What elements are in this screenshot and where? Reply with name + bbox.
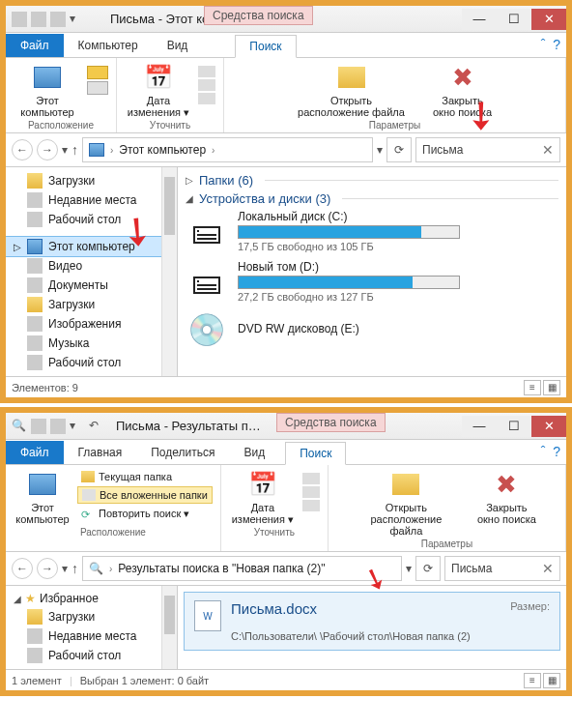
result-title: Письма.docx	[231, 600, 317, 617]
date-modified-button[interactable]: 📅 Дата изменения ▾	[125, 62, 192, 118]
breadcrumb[interactable]: 🔍 › Результаты поиска в "Новая папка (2)…	[82, 556, 402, 581]
drive-c[interactable]: 🖴 Локальный диск (C:) 17,5 ГБ свободно и…	[186, 210, 558, 252]
tab-view[interactable]: Вид	[153, 34, 203, 57]
close-button[interactable]: ✕	[531, 9, 566, 30]
breadcrumb-dropdown-icon[interactable]: ▾	[406, 562, 412, 575]
up-button[interactable]: ↑	[72, 561, 78, 576]
kind-icon[interactable]	[302, 473, 320, 484]
scroll-thumb[interactable]	[164, 596, 175, 634]
date-modified-button[interactable]: 📅 Дата изменения ▾	[229, 469, 297, 525]
view-details-icon[interactable]: ≡	[524, 673, 541, 688]
qat-dropdown-icon[interactable]: ▾	[70, 12, 85, 27]
other-icon[interactable]	[302, 500, 320, 511]
size-icon[interactable]	[198, 79, 215, 91]
all-subfolders-option[interactable]: Все вложенные папки	[77, 486, 213, 504]
view-tiles-icon[interactable]: ▦	[543, 380, 560, 395]
help-button[interactable]: ˆ ?	[541, 37, 560, 52]
other-icon[interactable]	[198, 93, 215, 104]
this-pc-button[interactable]: Этот компьютер	[14, 469, 72, 525]
clear-search-icon[interactable]: ✕	[542, 142, 554, 158]
search-result[interactable]: W Письма.docx Размер: C:\Пользователи\ \…	[184, 592, 560, 651]
tab-search[interactable]: Поиск	[235, 35, 296, 58]
group-devices[interactable]: ◢Устройства и диски (3)	[186, 191, 558, 206]
undo-icon[interactable]: ↶	[89, 419, 104, 434]
folder-icon[interactable]	[87, 66, 108, 79]
scroll-thumb[interactable]	[164, 177, 175, 235]
status-bar: Элементов: 9 ≡ ▦	[6, 376, 566, 397]
nav-scrollbar[interactable]	[161, 167, 177, 376]
nav-desktop[interactable]: Рабочий стол	[6, 646, 177, 665]
close-search-button[interactable]: ✖ Закрыть окно поиска	[472, 469, 540, 525]
breadcrumb-dropdown-icon[interactable]: ▾	[377, 143, 383, 157]
drive-d[interactable]: 🖴 Новый том (D:) 27,2 ГБ свободно из 127…	[186, 260, 558, 303]
subfolder-icon[interactable]	[87, 81, 108, 95]
nav-desktop-2[interactable]: Рабочий стол	[6, 353, 177, 372]
refresh-button[interactable]: ⟳	[415, 556, 441, 581]
expand-icon[interactable]: ▷	[14, 242, 21, 252]
nav-this-pc[interactable]: ▷Этот компьютер	[6, 237, 177, 256]
kind-icon[interactable]	[198, 66, 215, 77]
nav-recent[interactable]: Недавние места	[6, 190, 177, 210]
breadcrumb-label[interactable]: Результаты поиска в "Новая папка (2)"	[118, 562, 325, 575]
nav-recent[interactable]: Недавние места	[6, 626, 177, 646]
breadcrumb-segment[interactable]: Этот компьютер	[119, 143, 206, 157]
nav-downloads-2[interactable]: Загрузки	[6, 295, 177, 314]
close-button[interactable]: ✕	[531, 416, 566, 437]
tab-home[interactable]: Главная	[64, 441, 137, 464]
close-search-button[interactable]: ✖ Закрыть окно поиска	[429, 62, 497, 118]
search-tools-tab-label[interactable]: Средства поиска	[276, 413, 386, 432]
this-pc-button[interactable]: Этот компьютер	[14, 62, 81, 118]
qat-icon[interactable]	[50, 419, 66, 434]
tab-view[interactable]: Вид	[229, 441, 279, 464]
tab-file[interactable]: Файл	[6, 34, 64, 57]
open-location-button[interactable]: Открыть расположение файла	[353, 469, 459, 537]
help-button[interactable]: ˆ ?	[541, 444, 560, 459]
forward-button[interactable]: →	[37, 558, 58, 579]
nav-downloads[interactable]: Загрузки	[6, 607, 177, 626]
up-button[interactable]: ↑	[72, 142, 78, 158]
back-button[interactable]: ←	[12, 558, 33, 579]
recent-locations-icon[interactable]: ▾	[62, 562, 68, 575]
search-tools-tab-label[interactable]: Средства поиска	[204, 6, 313, 25]
qat-icon[interactable]	[31, 419, 46, 434]
current-folder-option[interactable]: Текущая папка	[77, 469, 213, 484]
back-button[interactable]: ←	[12, 139, 33, 160]
search-qat-icon[interactable]: 🔍	[12, 419, 27, 434]
maximize-button[interactable]: ☐	[497, 416, 531, 437]
repeat-search-option[interactable]: ⟳Повторить поиск ▾	[77, 506, 213, 522]
breadcrumb[interactable]: › Этот компьютер ›	[82, 137, 373, 162]
group-folders[interactable]: ▷Папки (6)	[186, 173, 558, 188]
minimize-button[interactable]: —	[462, 416, 497, 437]
clear-search-icon[interactable]: ✕	[542, 561, 554, 576]
tab-search[interactable]: Поиск	[285, 442, 346, 465]
nav-videos[interactable]: Видео	[6, 256, 177, 276]
tab-file[interactable]: Файл	[6, 441, 64, 464]
nav-favorites[interactable]: ◢★Избранное	[6, 590, 177, 607]
drive-dvd[interactable]: 💿 DVD RW дисковод (E:)	[186, 310, 558, 349]
nav-scrollbar[interactable]	[161, 586, 177, 669]
minimize-button[interactable]: —	[462, 9, 497, 30]
qat-icon-3[interactable]	[50, 12, 66, 27]
search-input[interactable]: Письма ✕	[415, 137, 560, 162]
recent-locations-icon[interactable]: ▾	[62, 143, 68, 157]
nav-desktop[interactable]: Рабочий стол	[6, 210, 177, 229]
qat-icon-2[interactable]	[31, 12, 46, 27]
view-tiles-icon[interactable]: ▦	[543, 673, 560, 688]
maximize-button[interactable]: ☐	[497, 9, 531, 30]
size-icon[interactable]	[302, 486, 320, 498]
view-details-icon[interactable]: ≡	[524, 380, 541, 395]
nav-documents[interactable]: Документы	[6, 276, 177, 295]
explorer-window-2: 🔍 ▾ ↶ Письма - Результаты п… Средства по…	[0, 407, 572, 696]
qat-dropdown-icon[interactable]: ▾	[70, 419, 85, 434]
refresh-button[interactable]: ⟳	[386, 137, 412, 162]
desktop-icon	[27, 648, 43, 663]
open-location-button[interactable]: Открыть расположение файла	[294, 62, 410, 118]
forward-button[interactable]: →	[37, 139, 58, 160]
qat-icon-1[interactable]	[12, 12, 27, 27]
nav-pictures[interactable]: Изображения	[6, 314, 177, 334]
nav-downloads[interactable]: Загрузки	[6, 171, 177, 190]
tab-share[interactable]: Поделиться	[136, 441, 229, 464]
search-input[interactable]: Письма ✕	[444, 556, 560, 581]
nav-music[interactable]: Музыка	[6, 334, 177, 353]
tab-computer[interactable]: Компьютер	[64, 34, 153, 57]
